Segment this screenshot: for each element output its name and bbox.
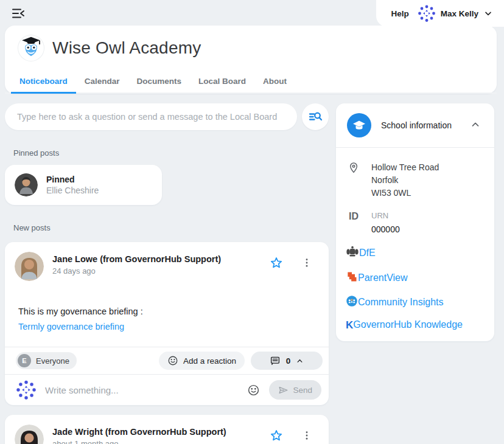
post-menu-button[interactable]: [299, 428, 314, 443]
tab-noticeboard[interactable]: Noticeboard: [11, 69, 76, 94]
page-title: Wise Owl Academy: [52, 38, 201, 58]
school-info-icon: [347, 113, 371, 137]
question-input[interactable]: [5, 103, 297, 130]
tab-bar: Noticeboard Calendar Documents Local Boa…: [5, 69, 497, 94]
tab-documents[interactable]: Documents: [128, 69, 191, 94]
current-user-avatar: [16, 380, 37, 400]
chevron-up-icon: [296, 357, 304, 365]
star-icon: [270, 429, 283, 442]
star-post-button[interactable]: [269, 428, 284, 443]
school-info-title: School information: [381, 120, 467, 131]
tab-local-board[interactable]: Local Board: [190, 69, 254, 94]
search-list-icon: [308, 109, 323, 124]
send-icon: [278, 385, 289, 395]
post-author-avatar: [15, 425, 44, 444]
id-icon: ID: [346, 210, 362, 235]
kebab-menu-icon: [301, 430, 312, 441]
comment-count: 0: [286, 356, 291, 366]
emoji-picker-button[interactable]: [246, 383, 261, 397]
urn-label: URN: [371, 210, 400, 222]
pinned-post-card[interactable]: Pinned Ellie Cheshire: [5, 165, 162, 205]
graduation-cap-icon: [352, 118, 366, 133]
pinned-author-avatar: [15, 173, 38, 196]
post-author-name: Jane Lowe (from GovernorHub Support): [52, 254, 269, 264]
star-icon: [270, 256, 283, 269]
urn-value: 000000: [371, 223, 400, 235]
post-author-name: Jade Wright (from GovernorHub Support): [52, 427, 269, 437]
chevron-up-icon: [470, 119, 481, 130]
comments-toggle-button[interactable]: 0: [251, 352, 323, 370]
post-card-jane-lowe: Jane Lowe (from GovernorHub Support) 24 …: [5, 242, 329, 405]
help-link[interactable]: Help: [391, 9, 408, 18]
post-timestamp: about 1 month ago: [52, 439, 269, 444]
school-urn-row: ID URN 000000: [346, 210, 485, 235]
collapse-card-button[interactable]: [467, 117, 483, 134]
add-reaction-button[interactable]: Add a reaction: [159, 352, 245, 370]
school-logo-owl: [18, 35, 44, 61]
kebab-menu-icon: [301, 257, 312, 268]
tab-about[interactable]: About: [254, 69, 295, 94]
link-dfe[interactable]: DfE: [346, 245, 485, 261]
school-information-card: School information: [336, 103, 494, 341]
audience-initial-badge: E: [18, 354, 31, 367]
school-address-row: Hollow Tree Road Norfolk WI53 0WL: [346, 161, 485, 199]
pinned-posts-label: Pinned posts: [13, 148, 329, 158]
smiley-icon: [247, 384, 260, 397]
new-posts-label: New posts: [13, 223, 329, 232]
smiley-icon: [167, 355, 178, 366]
audience-label: Everyone: [36, 356, 69, 366]
post-body-text: This is my governance briefing :: [18, 305, 314, 318]
pinned-badge: Pinned: [46, 175, 99, 184]
link-parentview[interactable]: ParentView: [346, 271, 485, 285]
community-insights-icon: [346, 295, 358, 310]
pinned-author-name: Ellie Cheshire: [46, 186, 99, 195]
question-composer: [5, 103, 329, 130]
post-timestamp: 24 days ago: [52, 266, 269, 276]
user-name: Max Kelly: [441, 9, 478, 18]
top-bar: Help Max Kelly: [0, 0, 504, 27]
tab-calendar[interactable]: Calendar: [76, 69, 128, 94]
link-community-insights[interactable]: Community Insights: [346, 295, 485, 310]
post-author-avatar: [15, 252, 44, 281]
post-attachment-link[interactable]: Termly governance briefing: [18, 321, 124, 333]
post-card-jade-wright: Jade Wright (from GovernorHub Support) a…: [5, 415, 329, 444]
user-menu[interactable]: Max Kelly: [418, 4, 493, 23]
user-panel: Help Max Kelly: [376, 0, 504, 27]
audience-chip[interactable]: E Everyone: [16, 352, 77, 369]
star-post-button[interactable]: [269, 255, 284, 270]
search-button[interactable]: [302, 103, 329, 130]
user-avatar: [418, 4, 436, 23]
chevron-down-icon: [483, 9, 493, 18]
knowledge-k-icon: K: [346, 320, 353, 330]
comment-input[interactable]: [45, 385, 237, 395]
parentview-icon: [346, 271, 358, 285]
dfe-crest-icon: [346, 245, 359, 261]
location-pin-icon: [346, 161, 362, 199]
link-governorhub-knowledge[interactable]: K GovernorHub Knowledge: [346, 319, 485, 330]
send-comment-button[interactable]: Send: [269, 380, 321, 400]
comment-icon: [270, 355, 281, 366]
post-menu-button[interactable]: [299, 255, 314, 270]
collapse-menu-icon[interactable]: [11, 5, 27, 21]
school-header-card: Wise Owl Academy Noticeboard Calendar Do…: [5, 26, 497, 94]
